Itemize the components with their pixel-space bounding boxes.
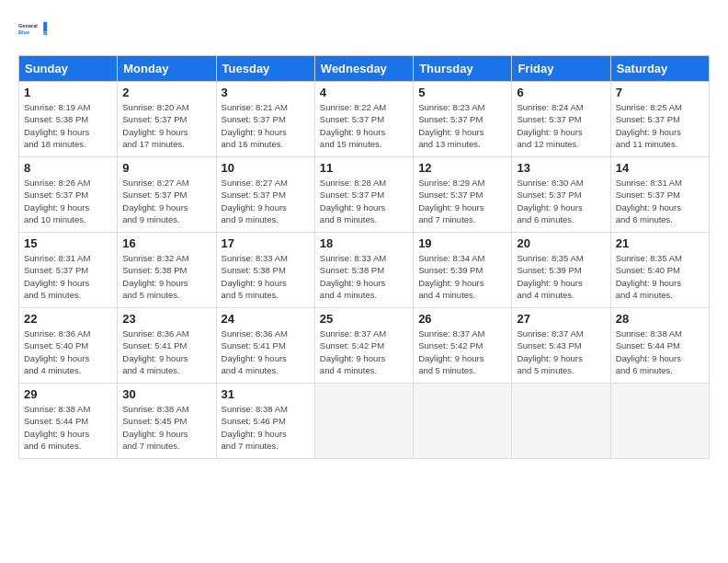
calendar-cell: 24Sunrise: 8:36 AM Sunset: 5:41 PM Dayli… (216, 308, 314, 384)
day-number: 26 (418, 312, 506, 326)
day-info: Sunrise: 8:28 AM Sunset: 5:37 PM Dayligh… (320, 177, 408, 225)
calendar-cell: 1Sunrise: 8:19 AM Sunset: 5:38 PM Daylig… (19, 82, 118, 157)
calendar-cell: 12Sunrise: 8:29 AM Sunset: 5:37 PM Dayli… (414, 157, 512, 233)
calendar-cell: 2Sunrise: 8:20 AM Sunset: 5:37 PM Daylig… (118, 82, 216, 157)
day-number: 30 (122, 387, 210, 401)
day-number: 19 (418, 236, 506, 250)
svg-text:Blue: Blue (18, 29, 29, 35)
day-number: 15 (24, 236, 112, 250)
day-number: 9 (122, 161, 210, 175)
day-number: 6 (517, 86, 605, 99)
day-info: Sunrise: 8:37 AM Sunset: 5:42 PM Dayligh… (320, 327, 408, 376)
calendar-cell: 8Sunrise: 8:26 AM Sunset: 5:37 PM Daylig… (19, 157, 118, 233)
weekday-header-sunday: Sunday (19, 56, 118, 82)
weekday-header-monday: Monday (118, 56, 216, 82)
day-number: 31 (222, 387, 310, 401)
calendar-week-row: 8Sunrise: 8:26 AM Sunset: 5:37 PM Daylig… (19, 157, 710, 233)
weekday-header-tuesday: Tuesday (216, 56, 314, 82)
calendar-table: SundayMondayTuesdayWednesdayThursdayFrid… (18, 55, 710, 459)
svg-marker-2 (43, 22, 47, 31)
header: GeneralBlue (18, 15, 710, 44)
day-info: Sunrise: 8:35 AM Sunset: 5:40 PM Dayligh… (616, 252, 704, 301)
day-info: Sunrise: 8:25 AM Sunset: 5:37 PM Dayligh… (616, 101, 704, 150)
calendar-cell: 6Sunrise: 8:24 AM Sunset: 5:37 PM Daylig… (512, 82, 610, 157)
day-info: Sunrise: 8:33 AM Sunset: 5:38 PM Dayligh… (222, 252, 310, 301)
calendar-week-row: 15Sunrise: 8:31 AM Sunset: 5:37 PM Dayli… (19, 233, 710, 308)
day-info: Sunrise: 8:26 AM Sunset: 5:37 PM Dayligh… (24, 177, 112, 225)
calendar-week-row: 22Sunrise: 8:36 AM Sunset: 5:40 PM Dayli… (19, 308, 710, 384)
calendar-cell: 25Sunrise: 8:37 AM Sunset: 5:42 PM Dayli… (314, 308, 413, 384)
day-info: Sunrise: 8:34 AM Sunset: 5:39 PM Dayligh… (418, 252, 506, 301)
day-number: 8 (24, 161, 112, 175)
calendar-cell (610, 384, 709, 459)
calendar-cell: 19Sunrise: 8:34 AM Sunset: 5:39 PM Dayli… (414, 233, 512, 308)
day-number: 24 (222, 312, 310, 326)
calendar-cell (414, 384, 512, 459)
logo: GeneralBlue (18, 15, 48, 44)
day-info: Sunrise: 8:27 AM Sunset: 5:37 PM Dayligh… (122, 177, 210, 225)
day-info: Sunrise: 8:33 AM Sunset: 5:38 PM Dayligh… (320, 252, 408, 301)
day-number: 28 (616, 312, 704, 326)
day-info: Sunrise: 8:27 AM Sunset: 5:37 PM Dayligh… (222, 177, 310, 225)
calendar-cell: 20Sunrise: 8:35 AM Sunset: 5:39 PM Dayli… (512, 233, 610, 308)
calendar-cell: 7Sunrise: 8:25 AM Sunset: 5:37 PM Daylig… (610, 82, 709, 157)
day-number: 12 (418, 161, 506, 175)
calendar-cell: 14Sunrise: 8:31 AM Sunset: 5:37 PM Dayli… (610, 157, 709, 233)
weekday-header-saturday: Saturday (610, 56, 709, 82)
weekday-header-wednesday: Wednesday (314, 56, 413, 82)
day-number: 23 (122, 312, 210, 326)
day-info: Sunrise: 8:22 AM Sunset: 5:37 PM Dayligh… (320, 101, 408, 150)
day-number: 10 (222, 161, 310, 175)
calendar-cell: 17Sunrise: 8:33 AM Sunset: 5:38 PM Dayli… (216, 233, 314, 308)
calendar-cell: 30Sunrise: 8:38 AM Sunset: 5:45 PM Dayli… (118, 384, 216, 459)
day-number: 4 (320, 86, 408, 99)
day-number: 21 (616, 236, 704, 250)
day-info: Sunrise: 8:31 AM Sunset: 5:37 PM Dayligh… (24, 252, 112, 301)
day-info: Sunrise: 8:23 AM Sunset: 5:37 PM Dayligh… (418, 101, 506, 150)
day-info: Sunrise: 8:20 AM Sunset: 5:37 PM Dayligh… (122, 101, 210, 150)
day-number: 18 (320, 236, 408, 250)
day-info: Sunrise: 8:37 AM Sunset: 5:43 PM Dayligh… (517, 327, 605, 376)
day-number: 22 (24, 312, 112, 326)
day-info: Sunrise: 8:36 AM Sunset: 5:41 PM Dayligh… (222, 327, 310, 376)
calendar-cell: 18Sunrise: 8:33 AM Sunset: 5:38 PM Dayli… (314, 233, 413, 308)
day-info: Sunrise: 8:19 AM Sunset: 5:38 PM Dayligh… (24, 101, 112, 150)
day-info: Sunrise: 8:30 AM Sunset: 5:37 PM Dayligh… (517, 177, 605, 225)
calendar-cell: 10Sunrise: 8:27 AM Sunset: 5:37 PM Dayli… (216, 157, 314, 233)
day-info: Sunrise: 8:24 AM Sunset: 5:37 PM Dayligh… (517, 101, 605, 150)
day-info: Sunrise: 8:37 AM Sunset: 5:42 PM Dayligh… (418, 327, 506, 376)
day-info: Sunrise: 8:36 AM Sunset: 5:41 PM Dayligh… (122, 327, 210, 376)
logo-icon: GeneralBlue (18, 15, 48, 44)
svg-marker-3 (43, 31, 47, 36)
day-info: Sunrise: 8:38 AM Sunset: 5:44 PM Dayligh… (24, 403, 112, 452)
calendar-cell: 21Sunrise: 8:35 AM Sunset: 5:40 PM Dayli… (610, 233, 709, 308)
calendar-cell: 3Sunrise: 8:21 AM Sunset: 5:37 PM Daylig… (216, 82, 314, 157)
calendar-cell (314, 384, 413, 459)
calendar-cell: 23Sunrise: 8:36 AM Sunset: 5:41 PM Dayli… (118, 308, 216, 384)
calendar-cell: 27Sunrise: 8:37 AM Sunset: 5:43 PM Dayli… (512, 308, 610, 384)
weekday-header-thursday: Thursday (414, 56, 512, 82)
svg-text:General: General (18, 23, 38, 29)
day-number: 14 (616, 161, 704, 175)
day-info: Sunrise: 8:36 AM Sunset: 5:40 PM Dayligh… (24, 327, 112, 376)
day-number: 20 (517, 236, 605, 250)
calendar-cell: 16Sunrise: 8:32 AM Sunset: 5:38 PM Dayli… (118, 233, 216, 308)
day-number: 17 (222, 236, 310, 250)
calendar-cell: 5Sunrise: 8:23 AM Sunset: 5:37 PM Daylig… (414, 82, 512, 157)
main-container: GeneralBlue SundayMondayTuesdayWednesday… (0, 0, 728, 468)
calendar-cell (512, 384, 610, 459)
day-info: Sunrise: 8:35 AM Sunset: 5:39 PM Dayligh… (517, 252, 605, 301)
calendar-cell: 22Sunrise: 8:36 AM Sunset: 5:40 PM Dayli… (19, 308, 118, 384)
calendar-cell: 28Sunrise: 8:38 AM Sunset: 5:44 PM Dayli… (610, 308, 709, 384)
day-number: 16 (122, 236, 210, 250)
day-number: 3 (222, 86, 310, 99)
day-info: Sunrise: 8:38 AM Sunset: 5:46 PM Dayligh… (222, 403, 310, 452)
calendar-cell: 31Sunrise: 8:38 AM Sunset: 5:46 PM Dayli… (216, 384, 314, 459)
day-info: Sunrise: 8:31 AM Sunset: 5:37 PM Dayligh… (616, 177, 704, 225)
day-number: 29 (24, 387, 112, 401)
day-info: Sunrise: 8:29 AM Sunset: 5:37 PM Dayligh… (418, 177, 506, 225)
day-number: 7 (616, 86, 704, 99)
day-info: Sunrise: 8:38 AM Sunset: 5:44 PM Dayligh… (616, 327, 704, 376)
calendar-cell: 13Sunrise: 8:30 AM Sunset: 5:37 PM Dayli… (512, 157, 610, 233)
day-number: 5 (418, 86, 506, 99)
